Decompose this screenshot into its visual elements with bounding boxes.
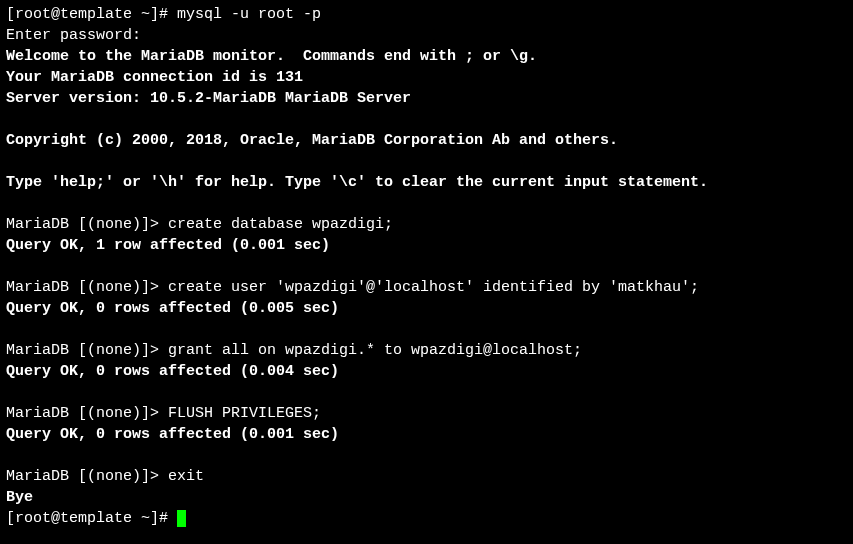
terminal-line: [6, 109, 847, 130]
terminal-line: Query OK, 0 rows affected (0.001 sec): [6, 424, 847, 445]
terminal-line: Query OK, 0 rows affected (0.004 sec): [6, 361, 847, 382]
terminal-line: MariaDB [(none)]> grant all on wpazdigi.…: [6, 340, 847, 361]
terminal-prompt-line[interactable]: [root@template ~]#: [6, 508, 847, 529]
terminal-line: Copyright (c) 2000, 2018, Oracle, MariaD…: [6, 130, 847, 151]
cursor-icon: [177, 510, 186, 527]
terminal-line: [6, 193, 847, 214]
terminal-line: Enter password:: [6, 25, 847, 46]
terminal-line: [6, 151, 847, 172]
terminal-output[interactable]: [root@template ~]# mysql -u root -pEnter…: [6, 4, 847, 529]
terminal-line: [6, 319, 847, 340]
terminal-line: [root@template ~]# mysql -u root -p: [6, 4, 847, 25]
terminal-line: Query OK, 0 rows affected (0.005 sec): [6, 298, 847, 319]
terminal-line: Bye: [6, 487, 847, 508]
terminal-line: Welcome to the MariaDB monitor. Commands…: [6, 46, 847, 67]
terminal-line: MariaDB [(none)]> create user 'wpazdigi'…: [6, 277, 847, 298]
terminal-line: Type 'help;' or '\h' for help. Type '\c'…: [6, 172, 847, 193]
terminal-line: MariaDB [(none)]> FLUSH PRIVILEGES;: [6, 403, 847, 424]
terminal-line: Query OK, 1 row affected (0.001 sec): [6, 235, 847, 256]
terminal-line: Your MariaDB connection id is 131: [6, 67, 847, 88]
terminal-line: [6, 445, 847, 466]
terminal-line: Server version: 10.5.2-MariaDB MariaDB S…: [6, 88, 847, 109]
terminal-line: MariaDB [(none)]> create database wpazdi…: [6, 214, 847, 235]
terminal-line: MariaDB [(none)]> exit: [6, 466, 847, 487]
terminal-line: [6, 256, 847, 277]
terminal-line: [6, 382, 847, 403]
shell-prompt: [root@template ~]#: [6, 510, 177, 527]
